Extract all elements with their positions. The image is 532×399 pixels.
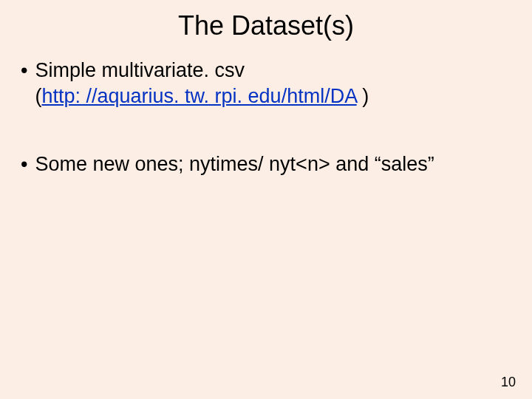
paren-close: ) bbox=[357, 85, 369, 107]
slide-title: The Dataset(s) bbox=[0, 0, 532, 41]
bullet-line: Some new ones; nytimes/ nyt<n> and “sale… bbox=[35, 153, 434, 175]
bullet-text: Some new ones; nytimes/ nyt<n> and “sale… bbox=[35, 151, 511, 177]
bullet-dot-icon: • bbox=[21, 58, 27, 83]
bullet-dot-icon: • bbox=[21, 151, 27, 177]
bullet-text: Simple multivariate. csv (http: //aquari… bbox=[35, 58, 511, 109]
dataset-link[interactable]: http: //aquarius. tw. rpi. edu/html/DA bbox=[41, 85, 356, 107]
bullet-line: Simple multivariate. csv bbox=[35, 59, 245, 81]
bullet-item: • Simple multivariate. csv (http: //aqua… bbox=[21, 58, 511, 109]
bullet-item: • Some new ones; nytimes/ nyt<n> and “sa… bbox=[21, 151, 511, 177]
slide-content: • Simple multivariate. csv (http: //aqua… bbox=[0, 58, 532, 177]
slide: The Dataset(s) • Simple multivariate. cs… bbox=[0, 0, 532, 399]
page-number: 10 bbox=[501, 375, 516, 390]
